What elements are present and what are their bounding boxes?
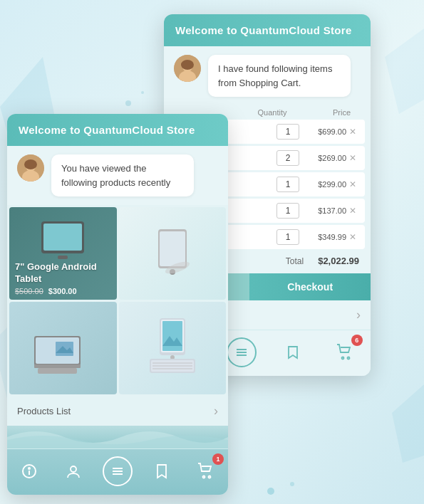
product-card-ipad[interactable] (119, 207, 227, 300)
svg-point-53 (209, 476, 211, 478)
total-amount: $2,022.99 (318, 256, 359, 266)
chat-area-right: I have found following items from Shoppi… (164, 46, 371, 105)
svg-point-47 (29, 468, 30, 469)
products-list-row[interactable]: Products List › (7, 397, 228, 426)
products-grid: 7" Google AndroidTablet $500.00 $300.00 … (7, 205, 228, 397)
qty-input[interactable]: 1 (276, 124, 299, 140)
recently-viewed-panel: Welcome to QuantumCloud Store You have v… (7, 114, 228, 495)
bookmark-nav-icon-left[interactable] (147, 456, 177, 486)
avatar-right (174, 55, 201, 82)
cart-badge: 6 (351, 335, 363, 346)
svg-point-52 (203, 476, 205, 478)
checkout-button[interactable]: Checkout (249, 273, 371, 300)
product-name: 7" Google AndroidTablet (15, 261, 111, 285)
chat-area-left: You have viewed the following products r… (7, 146, 228, 205)
svg-point-48 (71, 466, 76, 472)
wave-decoration (7, 426, 228, 448)
qty-header: Quantity (244, 108, 301, 117)
svg-marker-3 (385, 28, 424, 114)
svg-point-5 (125, 100, 131, 106)
remove-btn[interactable]: ✕ (346, 127, 359, 137)
right-panel-header: Welcome to QuantumCloud Store (164, 14, 371, 46)
qty-input[interactable]: 2 (276, 150, 299, 166)
svg-rect-25 (43, 224, 82, 251)
remove-btn[interactable]: ✕ (346, 232, 359, 242)
menu-nav-icon[interactable] (227, 337, 257, 367)
chat-bubble-right: I have found following items from Shoppi… (208, 55, 351, 97)
svg-point-7 (141, 91, 144, 94)
svg-point-8 (267, 488, 274, 495)
chat-bubble-left: You have viewed the following products r… (51, 154, 194, 196)
cart-nav-icon-left[interactable]: 1 (191, 456, 221, 486)
product-card-ipad-air[interactable] (119, 302, 227, 394)
svg-rect-34 (38, 368, 77, 374)
left-panel-header: Welcome to QuantumCloud Store (7, 114, 228, 146)
svg-point-13 (181, 60, 194, 70)
bookmark-nav-icon[interactable] (278, 337, 308, 367)
price-header: Price (301, 108, 351, 117)
total-label: Total (286, 256, 304, 266)
right-panel-title: Welcome to QuantumCloud Store (175, 24, 352, 36)
products-list-label: Products List (17, 406, 71, 416)
product-card-android-tablet[interactable]: 7" Google AndroidTablet $500.00 $300.00 … (9, 207, 117, 300)
avatar-left (17, 154, 44, 182)
qty-input[interactable]: 1 (276, 229, 299, 245)
cart-nav-icon[interactable]: 6 (330, 337, 360, 367)
remove-btn[interactable]: ✕ (346, 153, 359, 163)
remove-btn[interactable]: ✕ (346, 206, 359, 216)
svg-point-19 (347, 357, 349, 359)
chevron-right-icon: › (214, 404, 218, 419)
person-nav-icon-left[interactable] (58, 456, 88, 486)
cart-badge-left: 1 (212, 453, 224, 465)
qty-input[interactable]: 1 (276, 203, 299, 219)
left-panel-nav: 1 (7, 448, 228, 495)
svg-point-18 (341, 357, 343, 359)
info-nav-icon[interactable] (14, 456, 44, 486)
menu-nav-icon-left[interactable] (103, 456, 133, 486)
svg-point-23 (24, 159, 37, 169)
price-old: $500.00 (15, 287, 43, 295)
svg-point-9 (290, 482, 294, 486)
left-panel-title: Welcome to QuantumCloud Store (19, 124, 195, 136)
qty-input[interactable]: 1 (276, 177, 299, 192)
svg-rect-44 (162, 321, 182, 351)
svg-rect-28 (160, 231, 185, 266)
product-card-surface[interactable] (9, 302, 117, 394)
price-new: $300.00 (48, 287, 77, 295)
svg-marker-4 (392, 384, 424, 463)
chevron-right-icon: › (356, 308, 361, 322)
svg-rect-33 (34, 364, 81, 368)
remove-btn[interactable]: ✕ (346, 179, 359, 189)
